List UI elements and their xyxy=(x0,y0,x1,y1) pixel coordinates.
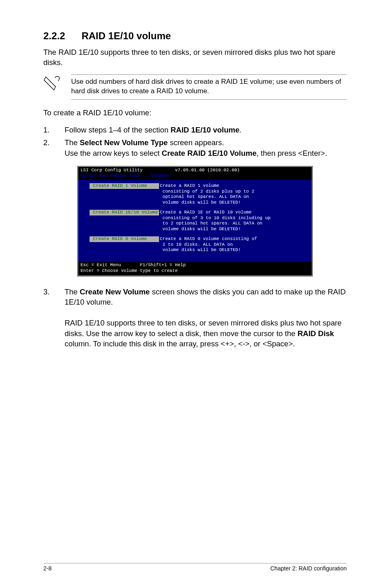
terminal-subtitle: Select New Volume Type -- SAS2008 xyxy=(78,173,312,180)
step-text: , then press <Enter>. xyxy=(257,149,327,157)
note-block: Use odd numbers of hard disk drives to c… xyxy=(43,74,347,100)
step-bold: RAID 1E/10 volume xyxy=(170,126,240,134)
step-text: Follow steps 1–4 of the section xyxy=(65,126,170,134)
step-bold: Create New Volume xyxy=(80,287,150,296)
section-number: 2.2.2 xyxy=(43,30,65,42)
step-number: 1. xyxy=(43,125,50,135)
step-text-post: . xyxy=(240,126,242,134)
terminal-option: Create RAID 1 Volume xyxy=(90,183,159,189)
terminal-body: Create RAID 1 Volume Create a RAID 1 vol… xyxy=(78,180,312,261)
terminal-option-row: Create RAID 1 Volume Create a RAID 1 vol… xyxy=(81,183,309,206)
step-number: 2. xyxy=(43,137,50,158)
svg-line-0 xyxy=(44,80,52,88)
terminal-option-desc: Create a RAID 1E or RAID 10 volume consi… xyxy=(160,210,271,232)
terminal-option-desc: Create a RAID 1 volume consisting of 2 d… xyxy=(160,183,254,206)
page-number: 2-8 xyxy=(43,565,52,572)
step-text: column. To include this disk in the arra… xyxy=(65,339,295,348)
intro-paragraph: The RAID 1E/10 supports three to ten dis… xyxy=(43,47,347,68)
section-heading: 2.2.2 RAID 1E/10 volume xyxy=(43,30,347,42)
terminal-footer: Esc = Exit Menu F1/Shift+1 = Help Enter … xyxy=(78,261,312,276)
note-text: Use odd numbers of hard disk drives to c… xyxy=(71,74,347,100)
step-1: 1. Follow steps 1–4 of the section RAID … xyxy=(43,125,347,135)
terminal-option-desc: Create a RAID 0 volume consisting of 2 t… xyxy=(160,236,257,253)
step-text: screen appears. xyxy=(168,138,224,147)
chapter-label: Chapter 2: RAID configuration xyxy=(270,565,347,572)
note-pencil-icon xyxy=(43,74,62,91)
terminal-option: Create RAID 1E/10 Volume xyxy=(90,210,159,215)
terminal-option: Create RAID 0 Volume xyxy=(90,236,159,242)
step-3: 3. The Create New Volume screen shows th… xyxy=(43,287,347,349)
terminal-option-row: Create RAID 0 Volume Create a RAID 0 vol… xyxy=(81,236,309,253)
step-number: 3. xyxy=(43,287,50,349)
step-bold: Create RAID 1E/10 Volume xyxy=(162,149,257,157)
section-title: RAID 1E/10 volume xyxy=(81,30,171,42)
terminal-screenshot: LSI Corp Config Utility v7.05.01.00 (201… xyxy=(77,166,313,276)
step-text: The xyxy=(65,287,80,296)
procedure-lead: To create a RAID 1E/10 volume: xyxy=(43,108,347,118)
step-bold: RAID Disk xyxy=(298,329,334,338)
step-text: Use the arrow keys to select xyxy=(65,149,162,157)
step-2: 2. The Select New Volume Type screen app… xyxy=(43,137,347,158)
terminal-title: LSI Corp Config Utility v7.05.01.00 (201… xyxy=(78,167,312,173)
step-text: The xyxy=(65,138,80,147)
terminal-option-row: Create RAID 1E/10 Volume Create a RAID 1… xyxy=(81,210,309,232)
page-footer: 2-8 Chapter 2: RAID configuration xyxy=(43,563,347,572)
step-bold: Select New Volume Type xyxy=(80,138,168,147)
